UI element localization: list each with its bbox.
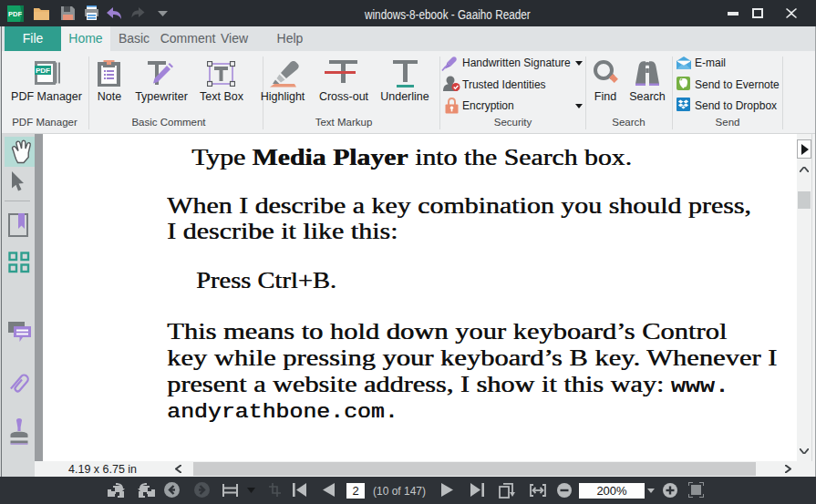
svg-text:PDF: PDF: [36, 67, 50, 75]
svg-text:PDF: PDF: [8, 10, 22, 18]
